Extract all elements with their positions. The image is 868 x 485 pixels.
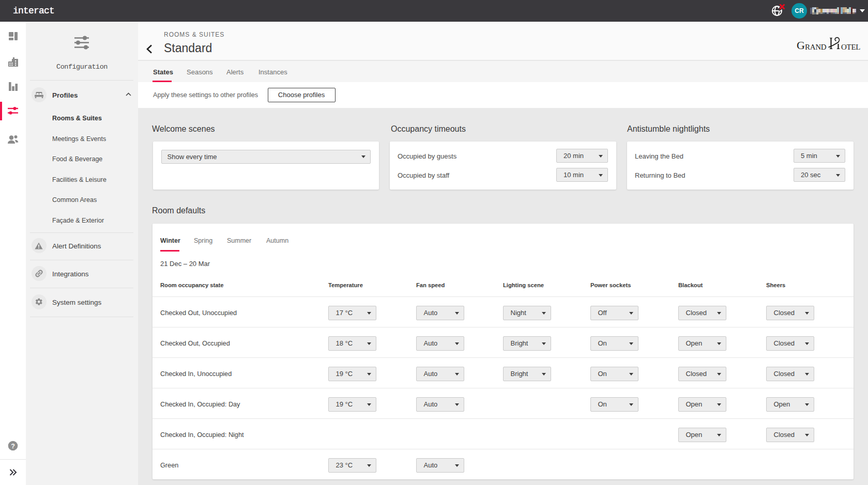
svg-text:?: ?: [11, 443, 15, 450]
